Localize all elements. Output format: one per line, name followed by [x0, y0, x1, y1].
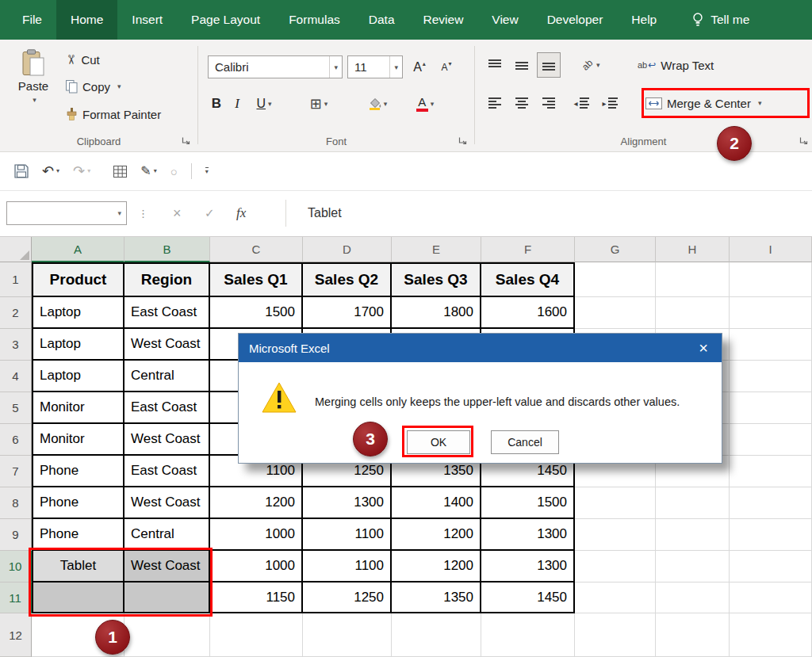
cell-H11[interactable] [656, 583, 730, 613]
tell-me-button[interactable]: Tell me [671, 0, 749, 40]
cell-B5[interactable]: East Coast [124, 392, 210, 424]
dialog-title-bar[interactable]: Microsoft Excel × [239, 334, 722, 362]
clipboard-dialog-launcher[interactable] [180, 135, 191, 146]
col-header-H[interactable]: H [656, 237, 730, 262]
font-name-select[interactable]: Calibri ▾ [208, 55, 343, 78]
cell-E9[interactable]: 1200 [392, 519, 481, 551]
cell-I7[interactable] [730, 456, 812, 487]
cell-G10[interactable] [575, 551, 656, 583]
align-right-button[interactable] [537, 90, 561, 116]
font-color-button[interactable]: A ▾ [406, 90, 444, 117]
cell-I8[interactable] [730, 487, 812, 519]
cell-G8[interactable] [575, 487, 656, 519]
font-color-dropdown-icon[interactable]: ▾ [431, 100, 435, 108]
cell-F12[interactable] [481, 613, 575, 657]
ok-button[interactable]: OK [407, 430, 470, 454]
cell-I1[interactable] [730, 262, 812, 297]
cell-I10[interactable] [730, 551, 812, 583]
cell-F9[interactable]: 1300 [481, 519, 575, 551]
cell-G11[interactable] [575, 583, 656, 613]
paste-button[interactable]: Paste ▾ [11, 46, 56, 130]
fill-color-button[interactable]: ▾ [358, 90, 396, 117]
merge-center-button[interactable]: Merge & Center ▾ [643, 92, 764, 114]
tab-help[interactable]: Help [617, 0, 671, 40]
cell-A5[interactable]: Monitor [32, 392, 124, 424]
row-header-5[interactable]: 5 [0, 392, 32, 424]
cell-B4[interactable]: Central [124, 361, 210, 392]
align-top-button[interactable] [483, 52, 507, 78]
orientation-button[interactable]: ab ▾ [575, 52, 607, 78]
cell-C11[interactable]: 1150 [210, 583, 303, 613]
increase-indent-button[interactable]: ▸ [597, 90, 622, 116]
row-header-12[interactable]: 12 [0, 613, 32, 657]
cell-B1[interactable]: Region [124, 262, 210, 297]
cell-H2[interactable] [656, 297, 730, 329]
wrap-text-button[interactable]: ab↩ Wrap Text [635, 54, 716, 76]
merge-center-dropdown-icon[interactable]: ▾ [758, 99, 762, 107]
cell-A6[interactable]: Monitor [32, 424, 124, 456]
customize-qat-button[interactable]: ▾ [205, 167, 209, 175]
cell-E1[interactable]: Sales Q3 [392, 262, 481, 297]
borders-dropdown-icon[interactable]: ▾ [324, 100, 328, 108]
font-size-select[interactable]: 11 ▾ [347, 55, 403, 78]
col-header-B[interactable]: B [124, 237, 210, 262]
cell-B10[interactable]: West Coast [124, 551, 210, 583]
cell-H1[interactable] [656, 262, 730, 297]
tab-insert[interactable]: Insert [117, 0, 177, 40]
cell-D10[interactable]: 1100 [303, 551, 392, 583]
bold-button[interactable]: B [206, 90, 227, 117]
confirm-entry-icon[interactable]: ✓ [205, 201, 215, 225]
decrease-indent-button[interactable]: ◂ [569, 90, 594, 116]
format-painter-button[interactable]: Format Painter [63, 103, 163, 125]
cell-A8[interactable]: Phone [32, 487, 124, 519]
cell-A2[interactable]: Laptop [32, 297, 124, 329]
cell-D2[interactable]: 1700 [303, 297, 392, 329]
row-header-11[interactable]: 11 [0, 583, 32, 613]
cell-A7[interactable]: Phone [32, 456, 124, 487]
cell-G2[interactable] [575, 297, 656, 329]
name-box[interactable]: ▾ [6, 201, 127, 225]
cell-I3[interactable] [730, 329, 812, 361]
circle-tool-button[interactable]: ○ [170, 166, 178, 178]
align-middle-button[interactable] [510, 52, 534, 78]
cell-A1[interactable]: Product [32, 262, 124, 297]
cell-E12[interactable] [392, 613, 481, 657]
increase-font-button[interactable]: A▴ [408, 55, 431, 78]
cell-D8[interactable]: 1300 [303, 487, 392, 519]
cell-B11[interactable] [124, 583, 210, 613]
cell-H9[interactable] [656, 519, 730, 551]
cell-D1[interactable]: Sales Q2 [303, 262, 392, 297]
cell-B8[interactable]: West Coast [124, 487, 210, 519]
cell-I9[interactable] [730, 519, 812, 551]
cell-A12[interactable] [32, 613, 124, 657]
select-all-corner[interactable] [0, 237, 32, 262]
cell-H8[interactable] [656, 487, 730, 519]
tab-data[interactable]: Data [354, 0, 409, 40]
font-name-dropdown-icon[interactable]: ▾ [329, 56, 342, 78]
edit-form-dropdown-icon[interactable]: ▾ [154, 168, 157, 174]
col-header-F[interactable]: F [481, 237, 575, 262]
orientation-dropdown-icon[interactable]: ▾ [596, 61, 600, 69]
cell-A11[interactable] [32, 583, 124, 613]
cell-C1[interactable]: Sales Q1 [210, 262, 303, 297]
cell-B6[interactable]: West Coast [124, 424, 210, 456]
cut-button[interactable]: ✂ Cut [63, 48, 102, 71]
cell-A3[interactable]: Laptop [32, 329, 124, 361]
cell-B9[interactable]: Central [124, 519, 210, 551]
align-left-button[interactable] [483, 90, 507, 116]
col-header-C[interactable]: C [210, 237, 303, 262]
cell-C2[interactable]: 1500 [210, 297, 303, 329]
cell-A4[interactable]: Laptop [32, 361, 124, 392]
align-bottom-button[interactable] [537, 52, 561, 78]
undo-button[interactable]: ↶▾ [42, 164, 59, 178]
tab-file[interactable]: File [8, 0, 56, 40]
row-header-3[interactable]: 3 [0, 329, 32, 361]
fill-color-dropdown-icon[interactable]: ▾ [384, 100, 388, 108]
cell-F11[interactable]: 1450 [481, 583, 575, 613]
table-tool-button[interactable] [113, 166, 127, 178]
cell-C8[interactable]: 1200 [210, 487, 303, 519]
cell-B2[interactable]: East Coast [124, 297, 210, 329]
cell-F2[interactable]: 1600 [481, 297, 575, 329]
row-header-1[interactable]: 1 [0, 262, 32, 297]
cell-G1[interactable] [575, 262, 656, 297]
